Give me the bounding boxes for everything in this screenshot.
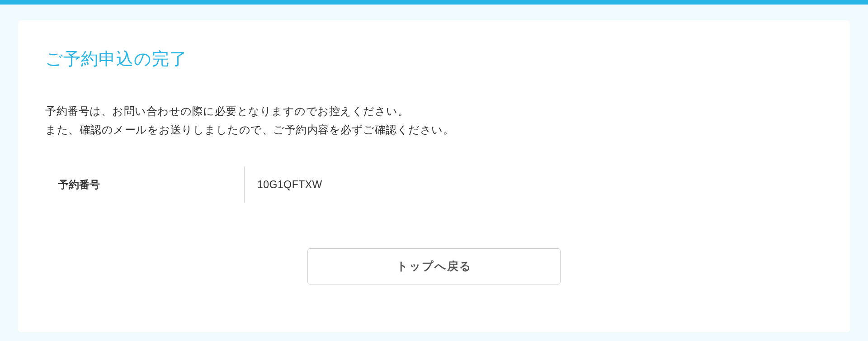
top-accent-bar (0, 0, 868, 5)
confirmation-card: ご予約申込の完了 予約番号は、お問い合わせの際に必要となりますのでお控えください… (18, 20, 850, 332)
reservation-number-value: 10G1QFTXW (245, 166, 823, 203)
table-row: 予約番号 10G1QFTXW (46, 166, 823, 203)
page-title: ご予約申込の完了 (45, 47, 823, 71)
description-line-1: 予約番号は、お問い合わせの際に必要となりますのでお控えください。 (45, 102, 823, 121)
description-block: 予約番号は、お問い合わせの際に必要となりますのでお控えください。 また、確認のメ… (45, 102, 823, 139)
reservation-number-label: 予約番号 (46, 166, 245, 203)
back-to-top-button[interactable]: トップへ戻る (307, 248, 561, 284)
button-container: トップへ戻る (45, 248, 823, 284)
reservation-info-table: 予約番号 10G1QFTXW (45, 166, 823, 203)
description-line-2: また、確認のメールをお送りしましたので、ご予約内容を必ずご確認ください。 (45, 121, 823, 139)
